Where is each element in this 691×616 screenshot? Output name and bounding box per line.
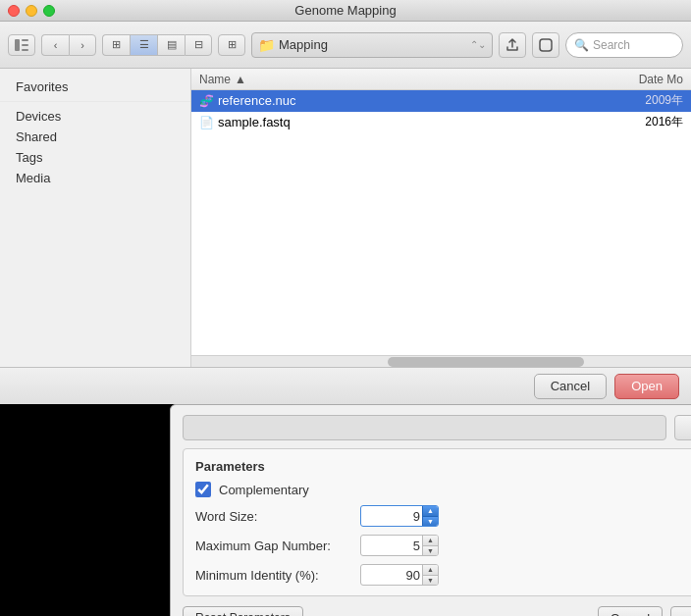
- table-row-empty: [191, 220, 691, 241]
- params-title: Parameters: [195, 459, 691, 474]
- traffic-lights: [8, 5, 55, 17]
- table-row-empty: [191, 133, 691, 155]
- search-placeholder: Search: [593, 38, 630, 52]
- max-gap-label: Maximum Gap Number:: [195, 539, 352, 553]
- ok-button[interactable]: OK: [670, 606, 691, 616]
- column-name-header[interactable]: Name ▲: [199, 73, 605, 86]
- view-buttons: ⊞ ☰ ▤ ⊟: [102, 34, 212, 56]
- params-cancel-button[interactable]: Cancel: [598, 606, 663, 616]
- max-gap-increment-button[interactable]: ▲: [422, 536, 438, 546]
- params-section: Parameters Complementary Word Size: ▲ ▼ …: [183, 448, 691, 596]
- open-button[interactable]: Open: [614, 374, 679, 399]
- action-button[interactable]: ⊞: [218, 34, 245, 56]
- file-name: reference.nuc: [218, 93, 605, 108]
- finder-bottom: Cancel Open: [0, 367, 691, 404]
- scrollbar-track[interactable]: [191, 355, 691, 367]
- column-view-button[interactable]: ▤: [157, 34, 185, 56]
- toolbar: ‹ › ⊞ ☰ ▤ ⊟ ⊞ 📁 Mapping ⌃⌄ 🔍 Search: [0, 22, 691, 69]
- table-row-empty: [191, 198, 691, 220]
- search-icon: 🔍: [574, 38, 589, 52]
- table-row-empty: [191, 306, 691, 328]
- file-list: Name ▲ Date Mo 🧬 reference.nuc 2009年 📄 s…: [191, 69, 691, 367]
- location-chevron-icon: ⌃⌄: [470, 39, 486, 50]
- svg-rect-1: [22, 39, 28, 41]
- footer-right: Cancel OK: [598, 606, 691, 616]
- finder-window: ‹ › ⊞ ☰ ▤ ⊟ ⊞ 📁 Mapping ⌃⌄ 🔍 Search: [0, 22, 691, 404]
- word-size-stepper-buttons: ▲ ▼: [422, 506, 438, 526]
- sidebar-toggle-button[interactable]: [8, 34, 35, 56]
- share-button[interactable]: [499, 32, 526, 58]
- sidebar-item-favorites[interactable]: Favorites: [4, 77, 186, 97]
- location-bar[interactable]: 📁 Mapping ⌃⌄: [251, 32, 493, 58]
- close-button[interactable]: [8, 5, 20, 17]
- file-date: 2009年: [605, 92, 683, 109]
- sidebar-item-label: Media: [16, 171, 50, 185]
- table-row-empty: [191, 263, 691, 284]
- min-identity-increment-button[interactable]: ▲: [422, 565, 438, 576]
- scrollbar-thumb[interactable]: [388, 357, 584, 367]
- pair-button[interactable]: Pair: [674, 415, 691, 440]
- sidebar-item-label: Devices: [16, 109, 61, 124]
- svg-rect-4: [540, 39, 552, 51]
- min-identity-stepper-buttons: ▲ ▼: [422, 565, 438, 585]
- svg-rect-3: [22, 49, 28, 51]
- table-row-empty: [191, 155, 691, 177]
- max-gap-row: Maximum Gap Number: ▲ ▼: [195, 535, 691, 556]
- folder-icon: 📁: [258, 37, 275, 53]
- location-text: Mapping: [279, 37, 466, 52]
- complementary-label: Complementary: [219, 483, 309, 497]
- sidebar-item-tags[interactable]: Tags: [4, 147, 186, 168]
- min-identity-stepper[interactable]: ▲ ▼: [360, 564, 439, 586]
- zoom-button[interactable]: [43, 5, 55, 17]
- max-gap-decrement-button[interactable]: ▼: [422, 546, 438, 556]
- svg-rect-0: [15, 39, 20, 51]
- table-row[interactable]: 🧬 reference.nuc 2009年: [191, 90, 691, 112]
- params-header: Pair: [171, 405, 691, 448]
- cover-flow-button[interactable]: ⊟: [185, 34, 212, 56]
- forward-button[interactable]: ›: [69, 34, 96, 56]
- word-size-decrement-button[interactable]: ▼: [422, 517, 438, 527]
- search-box[interactable]: 🔍 Search: [565, 32, 683, 58]
- sidebar-item-label: Tags: [16, 150, 42, 165]
- min-identity-row: Minimum Identity (%): ▲ ▼: [195, 564, 691, 586]
- cancel-button[interactable]: Cancel: [534, 374, 607, 399]
- complementary-checkbox[interactable]: [195, 482, 211, 497]
- word-size-stepper[interactable]: ▲ ▼: [360, 505, 439, 527]
- min-identity-label: Minimum Identity (%):: [195, 568, 352, 583]
- sidebar-separator: [0, 101, 190, 102]
- sidebar-item-media[interactable]: Media: [4, 168, 186, 188]
- file-date: 2016年: [605, 114, 683, 130]
- minimize-button[interactable]: [26, 5, 37, 17]
- min-identity-decrement-button[interactable]: ▼: [422, 576, 438, 586]
- sidebar-item-shared[interactable]: Shared: [4, 127, 186, 147]
- params-footer: Reset Parameters Cancel OK: [171, 596, 691, 616]
- sidebar: Favorites Devices Shared Tags Media: [0, 69, 191, 367]
- max-gap-stepper[interactable]: ▲ ▼: [360, 535, 439, 556]
- reset-parameters-button[interactable]: Reset Parameters: [183, 606, 303, 616]
- file-icon: 📄: [199, 116, 214, 129]
- sidebar-item-devices[interactable]: Devices: [4, 106, 186, 127]
- file-list-header: Name ▲ Date Mo: [191, 69, 691, 90]
- file-name: sample.fastq: [218, 115, 605, 129]
- svg-rect-2: [22, 44, 28, 46]
- table-row[interactable]: 📄 sample.fastq 2016年: [191, 112, 691, 133]
- params-file-bar[interactable]: [183, 415, 666, 440]
- back-button[interactable]: ‹: [41, 34, 69, 56]
- table-row-empty: [191, 177, 691, 198]
- word-size-increment-button[interactable]: ▲: [422, 506, 438, 517]
- word-size-row: Word Size: ▲ ▼: [195, 505, 691, 527]
- file-icon: 🧬: [199, 94, 214, 108]
- sidebar-item-label: Favorites: [16, 79, 68, 94]
- list-view-button[interactable]: ☰: [130, 34, 157, 56]
- window-title: Genome Mapping: [294, 3, 396, 18]
- title-bar: Genome Mapping: [0, 0, 691, 22]
- word-size-label: Word Size:: [195, 509, 352, 524]
- params-dialog: Pair Parameters Complementary Word Size:…: [170, 404, 691, 616]
- sort-icon: ▲: [235, 73, 246, 86]
- finder-content: Favorites Devices Shared Tags Media Name…: [0, 69, 691, 367]
- icon-view-button[interactable]: ⊞: [102, 34, 130, 56]
- complementary-row: Complementary: [195, 482, 691, 497]
- max-gap-stepper-buttons: ▲ ▼: [422, 536, 438, 555]
- tag-button[interactable]: [532, 32, 559, 58]
- column-date-header[interactable]: Date Mo: [605, 73, 683, 86]
